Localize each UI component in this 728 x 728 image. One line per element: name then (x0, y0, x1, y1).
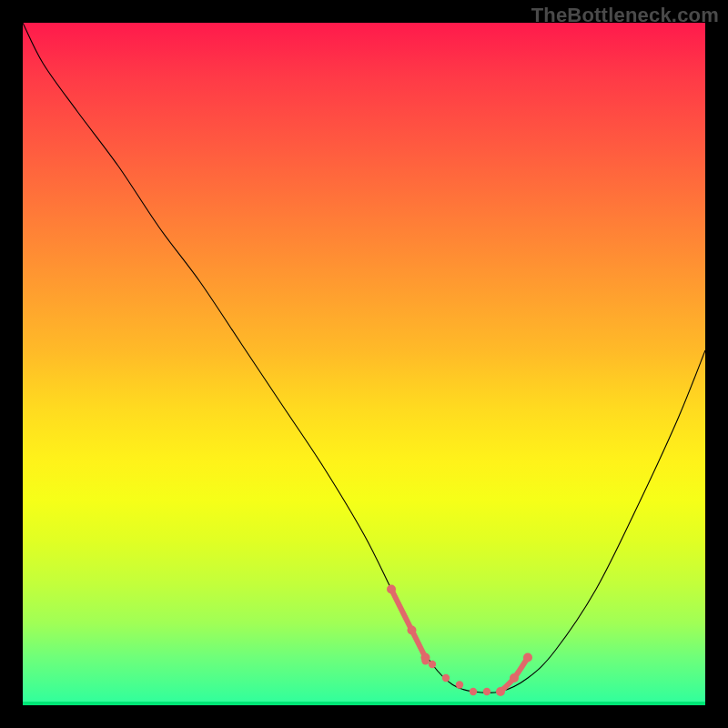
chart-stage: TheBottleneck.com (0, 0, 728, 728)
bottleneck-curve (23, 23, 705, 693)
highlight-dot (442, 674, 450, 682)
highlight-dot (523, 653, 532, 662)
chart-overlay (23, 23, 705, 705)
highlight-dot (387, 585, 396, 594)
plot-area (23, 23, 705, 705)
highlight-dot (408, 626, 417, 635)
highlight-dot (510, 673, 519, 682)
highlight-group (387, 585, 532, 697)
highlight-dot (456, 681, 463, 688)
highlight-dot (421, 657, 429, 664)
highlight-dot (470, 688, 477, 695)
watermark-text: TheBottleneck.com (531, 4, 719, 27)
highlight-dot (429, 661, 436, 668)
highlight-dot (483, 688, 490, 695)
highlight-dot (496, 687, 505, 696)
highlight-segment (391, 590, 426, 658)
